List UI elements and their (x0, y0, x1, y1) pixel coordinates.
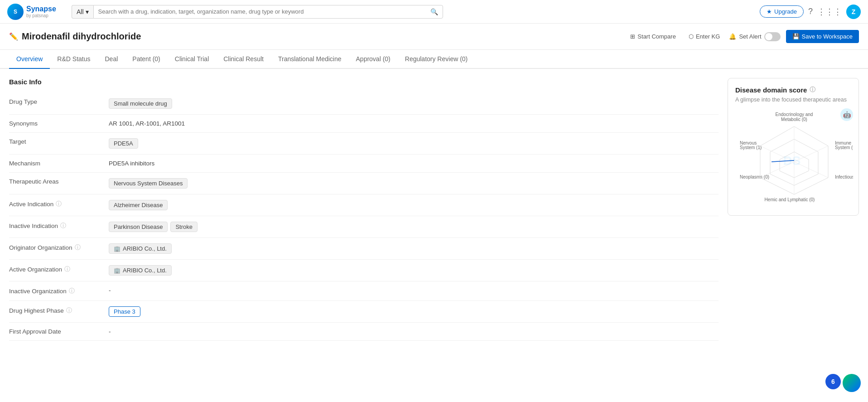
set-alert-toggle[interactable] (764, 32, 781, 41)
edit-icon[interactable]: ✏️ (9, 32, 18, 41)
search-input-wrap: 🔍 (93, 5, 443, 19)
search-type-label: All (77, 8, 84, 15)
logo-main-text: Synapse (26, 5, 56, 13)
svg-text:DS: DS (783, 154, 801, 168)
top-bar: S Synapse by patsnap All ▾ 🔍 ★ Upgrade ?… (0, 0, 868, 24)
ai-assistant-icon[interactable]: 🤖 (840, 108, 853, 121)
inactive-org-text: - (109, 287, 111, 294)
label-drug-type: Drug Type (9, 98, 109, 105)
tabs-bar: Overview R&D Status Deal Patent (0) Clin… (0, 50, 868, 69)
active-indication-info-icon[interactable]: ⓘ (56, 200, 62, 208)
label-active-indication: Active Indication ⓘ (9, 200, 109, 208)
label-inactive-org: Inactive Organization ⓘ (9, 287, 109, 295)
inactive-org-info-icon[interactable]: ⓘ (69, 287, 75, 295)
svg-text:🤖: 🤖 (843, 111, 851, 119)
enter-kg-label: Enter KG (696, 33, 720, 40)
drug-highest-phase-tag: Phase 3 (109, 306, 140, 317)
info-row-drug-highest-phase: Drug Highest Phase ⓘ Phase 3 (9, 301, 719, 323)
tab-deal[interactable]: Deal (98, 50, 125, 69)
info-row-inactive-org: Inactive Organization ⓘ - (9, 281, 719, 301)
disease-domain-title: Disease domain score ⓘ (735, 86, 851, 94)
originator-org-tag: 🏢 ARIBIO Co., Ltd. (109, 243, 172, 254)
info-row-active-org: Active Organization ⓘ 🏢 ARIBIO Co., Ltd. (9, 260, 719, 281)
value-active-org: 🏢 ARIBIO Co., Ltd. (109, 265, 719, 276)
mechanism-text: PDE5A inhibitors (109, 160, 154, 167)
apps-button[interactable]: ⋮⋮⋮ (817, 7, 842, 17)
help-button[interactable]: ? (808, 7, 813, 16)
disease-domain-panel: Disease domain score ⓘ A glimpse into th… (728, 78, 859, 216)
drug-highest-phase-info-icon[interactable]: ⓘ (66, 306, 72, 315)
value-inactive-indication: Parkinson Disease Stroke (109, 222, 719, 232)
info-row-inactive-indication: Inactive Indication ⓘ Parkinson Disease … (9, 216, 719, 238)
value-target: PDE5A (109, 138, 719, 149)
first-approval-date-text: - (109, 328, 111, 335)
value-drug-type: Small molecule drug (109, 98, 719, 109)
save-icon: 💾 (792, 33, 800, 40)
kg-icon: ⬡ (689, 33, 694, 40)
tab-overview[interactable]: Overview (9, 50, 50, 69)
drug-title: Mirodenafil dihydrochloride (22, 31, 141, 42)
tab-translational-medicine[interactable]: Translational Medicine (271, 50, 349, 69)
info-row-target: Target PDE5A (9, 133, 719, 155)
disease-domain-info-icon[interactable]: ⓘ (810, 86, 815, 94)
value-inactive-org: - (109, 287, 719, 294)
set-alert-icon: 🔔 (729, 33, 736, 40)
chevron-down-icon: ▾ (86, 8, 89, 15)
save-label: Save to Workspace (802, 33, 853, 40)
active-indication-tag: Alzheimer Disease (109, 200, 168, 210)
label-therapeutic-areas: Therapeutic Areas (9, 178, 109, 185)
label-drug-highest-phase: Drug Highest Phase ⓘ (9, 306, 109, 315)
star-icon: ★ (767, 8, 772, 15)
save-to-workspace-button[interactable]: 💾 Save to Workspace (786, 30, 859, 43)
disease-domain-title-text: Disease domain score (735, 86, 807, 94)
section-title: Basic Info (9, 78, 719, 86)
inactive-indication-tag-2: Stroke (170, 222, 198, 232)
tab-rd-status[interactable]: R&D Status (50, 50, 97, 69)
value-originator-org: 🏢 ARIBIO Co., Ltd. (109, 243, 719, 254)
active-org-tag: 🏢 ARIBIO Co., Ltd. (109, 265, 172, 276)
inactive-indication-tag-1: Parkinson Disease (109, 222, 168, 232)
tab-approval[interactable]: Approval (0) (349, 50, 398, 69)
search-type-dropdown[interactable]: All ▾ (72, 5, 93, 19)
label-mechanism: Mechanism (9, 160, 109, 167)
label-bottom-right: Infectious (0) (835, 174, 853, 179)
radar-svg: Endocrinology and Metabolic (0) Immune S… (735, 111, 853, 206)
search-input[interactable] (98, 8, 429, 15)
top-actions: ★ Upgrade ? ⋮⋮⋮ Z (760, 5, 861, 19)
tab-clinical-trial[interactable]: Clinical Trial (168, 50, 216, 69)
start-compare-button[interactable]: ⊞ Start Compare (627, 31, 680, 42)
svg-text:Metabolic (0): Metabolic (0) (781, 117, 807, 122)
label-bottom-left: Neoplasms (0) (740, 174, 769, 179)
content-area: Basic Info Drug Type Small molecule drug… (0, 69, 868, 350)
upgrade-button[interactable]: ★ Upgrade (760, 5, 804, 18)
active-org-info-icon[interactable]: ⓘ (64, 265, 70, 273)
originator-org-info-icon[interactable]: ⓘ (75, 243, 81, 252)
search-icon[interactable]: 🔍 (430, 8, 438, 15)
svg-text:System (0): System (0) (835, 145, 853, 150)
svg-text:System (1): System (1) (740, 145, 762, 150)
toggle-knob (765, 33, 772, 40)
value-therapeutic-areas: Nervous System Diseases (109, 178, 719, 189)
logo-icon: S (7, 4, 24, 20)
active-org-flag-icon: 🏢 (114, 267, 121, 274)
value-synonyms: AR 1001, AR-1001, AR1001 (109, 120, 719, 127)
value-drug-highest-phase: Phase 3 (109, 306, 719, 317)
inactive-indication-info-icon[interactable]: ⓘ (60, 222, 66, 230)
info-row-therapeutic-areas: Therapeutic Areas Nervous System Disease… (9, 173, 719, 194)
label-synonyms: Synonyms (9, 120, 109, 127)
logo: S Synapse by patsnap (7, 4, 66, 20)
value-mechanism: PDE5A inhibitors (109, 160, 719, 167)
radar-chart: 🤖 Endocrinology and Metabolic (0) Immune… (735, 108, 853, 208)
label-originator-org: Originator Organization ⓘ (9, 243, 109, 252)
target-tag: PDE5A (109, 138, 138, 149)
active-org-name: ARIBIO Co., Ltd. (123, 267, 167, 274)
enter-kg-button[interactable]: ⬡ Enter KG (685, 31, 723, 42)
label-first-approval-date: First Approval Date (9, 328, 109, 335)
info-row-originator-org: Originator Organization ⓘ 🏢 ARIBIO Co., … (9, 238, 719, 260)
set-alert-label: Set Alert (739, 33, 761, 40)
tab-patent[interactable]: Patent (0) (125, 50, 167, 69)
info-row-active-indication: Active Indication ⓘ Alzheimer Disease (9, 194, 719, 216)
tab-clinical-result[interactable]: Clinical Result (216, 50, 271, 69)
avatar[interactable]: Z (846, 5, 861, 19)
tab-regulatory-review[interactable]: Regulatory Review (0) (398, 50, 475, 69)
